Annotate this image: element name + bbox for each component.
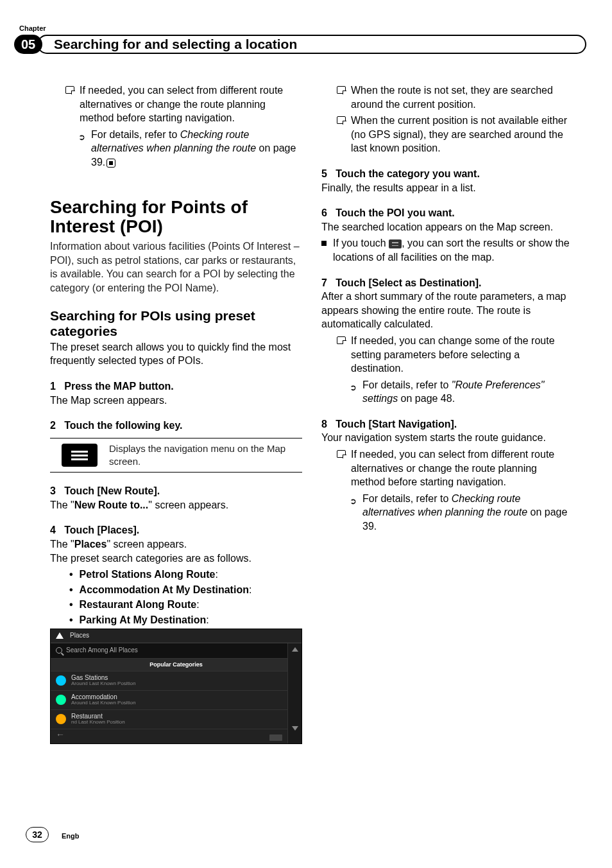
note-text: When the current position is not availab… xyxy=(351,114,574,155)
step-4: 4 Touch [Places]. xyxy=(50,523,302,537)
step-3-body: The "New Route to..." screen appears. xyxy=(50,498,302,512)
keyboard-icon xyxy=(269,734,282,741)
step-3: 3 Touch [New Route]. xyxy=(50,484,302,498)
step-8-tip: If needed, you can select from different… xyxy=(351,447,574,489)
note-icon xyxy=(337,86,346,94)
bullet-4: Parking At My Destination: xyxy=(80,613,209,627)
back-triangle-icon xyxy=(56,632,64,639)
search-icon xyxy=(56,647,62,654)
page-title: Searching for and selecting a location xyxy=(37,35,586,54)
step-6-note: If you touch , you can sort the results … xyxy=(333,236,574,264)
bullet-2: Accommodation At My Destination: xyxy=(80,583,252,597)
reference-arrow-icon xyxy=(350,494,359,534)
content-area: If needed, you can select from different… xyxy=(50,83,574,810)
bullet-3: Restaurant Along Route: xyxy=(80,598,200,612)
restaurant-icon xyxy=(56,714,66,724)
key-description-box: Displays the navigation menu on the Map … xyxy=(50,438,302,473)
row-2-sub: Around Last Known Position xyxy=(71,700,136,706)
scroll-down-icon xyxy=(292,726,298,731)
places-screenshot: Places Search Among All Places Popular C… xyxy=(50,629,302,744)
step-5: 5 Touch the category you want. xyxy=(321,167,574,181)
step-6: 6 Touch the POI you want. xyxy=(321,206,574,220)
scroll-up-icon xyxy=(292,647,298,652)
end-mark-icon xyxy=(106,159,115,168)
page-number: 32 xyxy=(26,827,49,842)
step-7-tip: If needed, you can change some of the ro… xyxy=(351,334,574,376)
back-arrow-icon: ← xyxy=(56,729,65,741)
list-menu-icon xyxy=(389,239,402,248)
step-6-body: The searched location appears on the Map… xyxy=(321,220,574,234)
subsection-heading: Searching for POIs using preset categori… xyxy=(50,308,302,339)
screenshot-title: Places xyxy=(70,631,89,640)
subsection-intro: The preset search allows you to quickly … xyxy=(50,340,302,368)
square-bullet-icon xyxy=(321,241,327,246)
step-8-body: Your navigation system starts the route … xyxy=(321,431,574,445)
bullet-1: Petrol Stations Along Route: xyxy=(80,568,218,582)
section-intro: Information about various facilities (Po… xyxy=(50,239,302,295)
note-icon xyxy=(65,86,74,94)
reference-arrow-icon xyxy=(78,130,87,169)
step-1-body: The Map screen appears. xyxy=(50,394,302,408)
language-label: Engb xyxy=(62,832,80,840)
popular-categories-header: Popular Categories xyxy=(51,659,302,672)
section-heading: Searching for Points of Interest (POI) xyxy=(50,198,302,238)
note-text: If needed, you can select from different… xyxy=(80,83,302,125)
step-8-ref: For details, refer to Checking route alt… xyxy=(362,492,574,534)
chapter-label: Chapter xyxy=(19,24,46,32)
accommodation-icon xyxy=(56,695,66,705)
gas-station-icon xyxy=(56,675,66,686)
note-icon xyxy=(337,450,346,458)
note-icon xyxy=(337,116,346,124)
step-7: 7 Touch [Select as Destination]. xyxy=(321,276,574,290)
reference-text: For details, refer to Checking route alt… xyxy=(91,128,302,169)
key-description: Displays the navigation menu on the Map … xyxy=(109,442,302,469)
step-2: 2 Touch the following key. xyxy=(50,419,302,433)
note-text: When the route is not set, they are sear… xyxy=(351,83,574,111)
menu-key-icon xyxy=(62,444,98,467)
row-1-sub: Around Last Known Position xyxy=(71,681,136,687)
row-3-sub: nd Last Known Position xyxy=(71,720,125,725)
step-4-body: The "Places" screen appears. xyxy=(50,537,302,551)
reference-arrow-icon xyxy=(350,380,359,406)
step-5-body: Finally, the results appear in a list. xyxy=(321,181,574,195)
search-placeholder: Search Among All Places xyxy=(66,646,138,655)
step-7-ref: For details, refer to "Route Preferences… xyxy=(362,378,574,406)
step-8: 8 Touch [Start Navigation]. xyxy=(321,417,574,431)
step-4-extra: The preset search categories are as foll… xyxy=(50,551,302,566)
note-icon xyxy=(337,336,346,344)
step-1: 1 Press the MAP button. xyxy=(50,379,302,394)
step-7-body: After a short summary of the route param… xyxy=(321,290,574,331)
